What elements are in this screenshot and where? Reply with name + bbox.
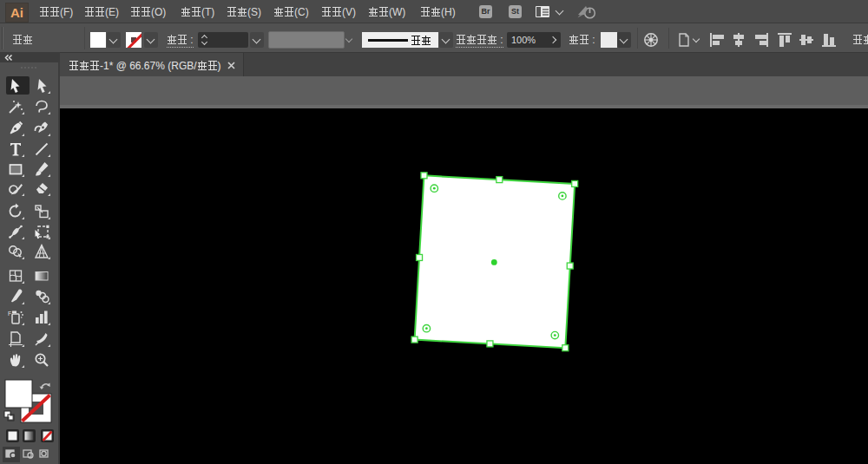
svg-text:F: F — [8, 310, 11, 317]
